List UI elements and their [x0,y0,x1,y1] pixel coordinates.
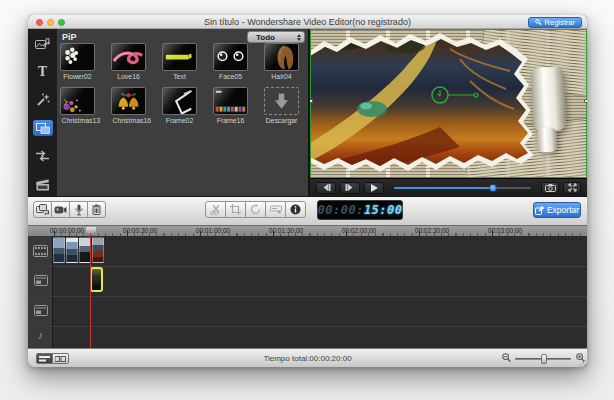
key-icon [535,19,542,26]
selection-handle-right[interactable] [584,99,587,103]
pip-item[interactable]: Christmas16 [111,87,146,125]
rotate-icon [250,204,261,215]
fullscreen-button[interactable] [563,182,581,194]
clip-settings-button[interactable] [265,201,286,218]
paper-curl [530,66,566,132]
timecode-display: 00:00:15:00 [317,200,403,220]
ruler-label: 00:01:00:00 [191,227,235,234]
left-sidebar: T [28,29,57,196]
timeline-ruler[interactable]: 00:00:00:00 00:00:30:00 00:01:00:00 00:0… [28,225,587,236]
trash-icon [92,204,101,215]
intro-credits-icon[interactable] [33,176,53,192]
add-media-button[interactable] [33,201,52,218]
panel-title: PiP [62,32,77,42]
ruler-label: 00:00:00:00 [45,227,89,234]
selection-handle-left[interactable] [310,99,313,103]
transitions-icon[interactable] [33,148,53,164]
capture-icon [54,206,67,214]
hair-thumbnail[interactable] [264,43,299,71]
export-icon [535,206,544,215]
add-media-icon [36,204,49,215]
media-library-icon[interactable] [33,36,53,52]
effects-icon[interactable] [33,92,53,108]
frame16-thumbnail[interactable] [213,87,248,115]
export-button-label: Exportar [547,205,579,215]
register-button-label: Registrar [545,18,575,27]
video-viewport[interactable] [310,29,587,178]
christmas16-thumbnail[interactable] [111,87,146,115]
clip-settings-icon [270,205,282,214]
pip-track-icon [28,275,53,286]
face-thumbnail[interactable] [213,43,248,71]
fullscreen-icon [568,183,577,192]
pip-item[interactable]: Frame02 [162,87,197,125]
frame02-thumbnail[interactable] [162,87,197,115]
category-filter-dropdown[interactable]: Todo [247,31,305,43]
rotate-handle[interactable] [430,85,482,105]
window-title: Sin título - Wondershare Video Editor(no… [28,17,587,27]
love-thumbnail[interactable] [111,43,146,71]
seek-thumb[interactable] [489,184,497,192]
info-button[interactable] [285,201,306,218]
play-icon [370,184,378,192]
flower-thumbnail[interactable] [60,43,95,71]
christmas13-thumbnail[interactable] [60,87,95,115]
delete-button[interactable] [87,201,106,218]
video-track-icon [28,245,53,257]
timeline-zoom-handle[interactable] [541,354,547,364]
snapshot-button[interactable] [541,182,559,194]
video-clip[interactable] [92,237,104,263]
crop-icon [230,204,241,215]
video-clip[interactable] [53,237,65,263]
pip-item[interactable]: Hair04 [264,43,299,81]
seek-progress [394,187,493,189]
next-frame-icon [345,184,355,191]
pip-item[interactable]: Face05 [213,43,248,81]
zoom-out-icon[interactable] [502,353,511,363]
pip-item[interactable]: Christmas13 [60,87,95,125]
split-icon [210,205,221,215]
export-button[interactable]: Exportar [533,202,581,218]
ruler-label: 00:00:30:00 [118,227,162,234]
ruler-label: 00:03:00:00 [483,227,527,234]
register-button[interactable]: Registrar [528,17,582,28]
timecode-seconds-frames: 15:00 [364,203,403,217]
play-button[interactable] [364,182,384,194]
selected-pip-clip[interactable] [90,267,103,292]
paper-curl-end [536,127,557,152]
titles-icon[interactable]: T [33,64,53,80]
record-voiceover-button[interactable] [69,201,88,218]
split-button[interactable] [205,201,226,218]
pip-icon[interactable] [33,120,53,136]
download-more-tile[interactable] [264,87,299,115]
capture-button[interactable] [51,201,70,218]
seek-bar[interactable] [394,182,531,194]
video-clip[interactable] [66,237,78,263]
pip-item[interactable]: Descargar [264,87,299,125]
next-frame-button[interactable] [340,182,360,194]
timecode-hours-minutes: 00:00: [318,203,364,217]
pip-item[interactable]: Love16 [111,43,146,81]
main-toolbar: 00:00:15:00 Exportar [28,196,587,225]
timeline-tracks[interactable]: ♪ [28,236,587,348]
crop-button[interactable] [225,201,246,218]
ruler-label: 00:02:00:00 [337,227,381,234]
video-clip-group[interactable] [53,237,104,263]
app-window: Sin título - Wondershare Video Editor(no… [28,15,587,367]
pip-library-panel: PiP Todo Flower02 Love16 [57,29,310,196]
info-icon [290,204,301,215]
preview-player [310,29,587,196]
titlebar: Sin título - Wondershare Video Editor(no… [28,15,587,29]
pip-item[interactable]: Frame16 [213,87,248,125]
rotate-button[interactable] [245,201,266,218]
previous-frame-button[interactable] [316,182,336,194]
pip-item[interactable]: Flower02 [60,43,95,81]
playhead-line[interactable] [90,236,91,348]
download-arrow-icon [265,88,298,114]
pip-track-icon [28,305,53,316]
ruler-label: 00:02:30:00 [410,227,454,234]
text-thumbnail[interactable] [162,43,197,71]
pip-item[interactable]: Text [162,43,197,81]
ruler-label: 00:01:30:00 [264,227,308,234]
transport-bar [310,178,587,196]
